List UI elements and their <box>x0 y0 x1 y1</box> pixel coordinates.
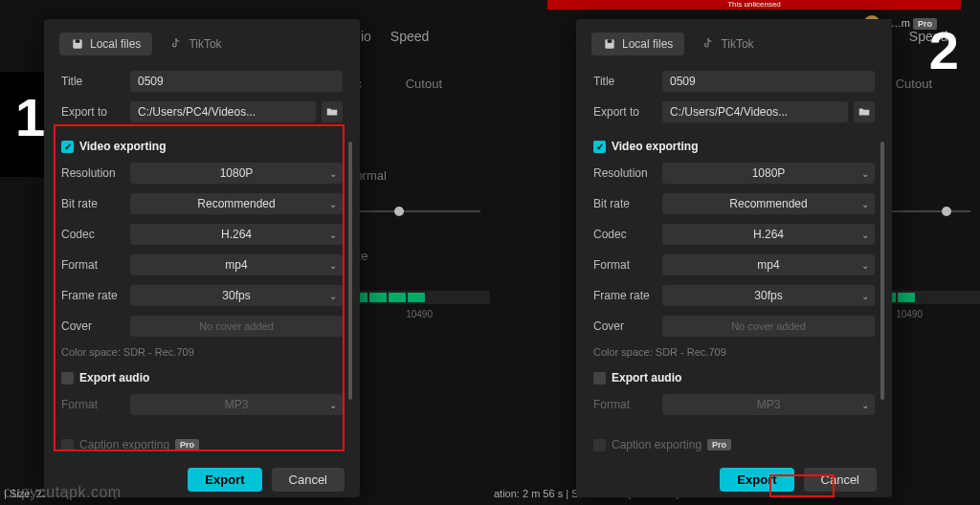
tiktok-icon <box>169 37 183 51</box>
cancel-button[interactable]: Cancel <box>272 468 345 492</box>
bg-row-sic: sicCutout <box>346 77 490 91</box>
resolution-select[interactable]: 1080P⌄ <box>130 163 343 184</box>
audio-format-select: MP3⌄ <box>662 394 875 415</box>
tiktok-icon <box>702 37 715 51</box>
timecode: 10490 <box>406 309 433 319</box>
pro-badge: Pro <box>175 439 199 450</box>
caption-exporting-checkbox <box>593 439 606 451</box>
export-to-label: Export to <box>61 105 130 119</box>
video-exporting-label: Video exporting <box>79 140 166 153</box>
cover-label: Cover <box>61 319 130 333</box>
caption-exporting-label: Caption exporting <box>612 438 702 451</box>
bitrate-label: Bit rate <box>61 197 130 210</box>
tab-tiktok[interactable]: TikTok <box>158 33 233 55</box>
watermark: cupycutapk.com <box>4 484 122 501</box>
format-label: Format <box>593 258 662 272</box>
bitrate-label: Bit rate <box>593 197 662 210</box>
codec-select[interactable]: H.264⌄ <box>662 224 875 245</box>
chevron-down-icon: ⌄ <box>329 168 337 179</box>
save-icon <box>71 37 84 51</box>
codec-label: Codec <box>61 228 130 241</box>
scrollbar[interactable] <box>348 142 352 400</box>
bitrate-select[interactable]: Recommended⌄ <box>662 193 875 214</box>
codec-select[interactable]: H.264⌄ <box>130 224 343 245</box>
cover-label: Cover <box>593 319 662 333</box>
step-number-2: 2 <box>929 19 959 81</box>
export-path-input[interactable]: C:/Users/PC4/Videos... <box>662 101 848 122</box>
chevron-down-icon: ⌄ <box>329 260 337 271</box>
export-dialog: Local files TikTok Title 0509 Export to … <box>44 19 360 497</box>
title-label: Title <box>61 75 130 88</box>
tab-local-files[interactable]: Local files <box>59 33 152 55</box>
tab-local-files[interactable]: Local files <box>591 33 684 55</box>
chevron-down-icon: ⌄ <box>329 230 337 240</box>
save-icon <box>603 37 616 51</box>
chevron-down-icon: ⌄ <box>329 400 337 410</box>
framerate-select[interactable]: 30fps⌄ <box>662 285 875 306</box>
svg-rect-3 <box>608 39 612 43</box>
export-audio-checkbox[interactable] <box>593 372 606 384</box>
chevron-down-icon: ⌄ <box>861 168 869 179</box>
pro-badge: Pro <box>707 439 731 450</box>
format-label: Format <box>61 258 130 272</box>
step-number-1: 1 <box>15 86 45 148</box>
timecode: 10490 <box>896 309 923 319</box>
framerate-label: Frame rate <box>593 289 662 302</box>
framerate-select[interactable]: 30fps⌄ <box>130 285 343 306</box>
export-button[interactable]: Export <box>720 468 793 492</box>
video-exporting-label: Video exporting <box>612 140 698 153</box>
bg-row-normal: Normal <box>346 168 490 183</box>
format-select[interactable]: mp4⌄ <box>130 254 343 275</box>
resolution-select[interactable]: 1080P⌄ <box>662 163 875 184</box>
chevron-down-icon: ⌄ <box>861 400 869 410</box>
caption-exporting-label: Caption exporting <box>79 438 169 451</box>
colorspace-text: Color space: SDR - Rec.709 <box>593 346 875 358</box>
tab-tiktok[interactable]: TikTok <box>690 33 765 55</box>
cover-button[interactable]: No cover added <box>662 316 875 337</box>
chevron-down-icon: ⌄ <box>861 260 869 271</box>
export-path-input[interactable]: C:/Users/PC4/Videos... <box>130 101 316 122</box>
title-label: Title <box>593 75 662 88</box>
video-exporting-checkbox[interactable]: ✓ <box>593 141 606 153</box>
folder-icon <box>858 105 871 119</box>
video-exporting-checkbox[interactable]: ✓ <box>61 141 74 153</box>
colorspace-text: Color space: SDR - Rec.709 <box>61 346 343 358</box>
browse-folder-button[interactable] <box>854 101 875 122</box>
chevron-down-icon: ⌄ <box>861 291 869 301</box>
resolution-label: Resolution <box>593 166 662 180</box>
resolution-label: Resolution <box>61 166 130 180</box>
browse-folder-button[interactable] <box>322 101 343 122</box>
codec-label: Codec <box>593 228 662 241</box>
title-input[interactable]: 0509 <box>130 71 343 92</box>
bg-row-ilize: ilize <box>346 249 490 263</box>
tab-local-label: Local files <box>622 37 673 51</box>
export-to-label: Export to <box>593 105 662 119</box>
bg-row-d: d <box>346 140 490 154</box>
format-select[interactable]: mp4⌄ <box>662 254 875 275</box>
tab-tiktok-label: TikTok <box>721 37 753 51</box>
bitrate-select[interactable]: Recommended⌄ <box>130 193 343 214</box>
chevron-down-icon: ⌄ <box>329 291 337 301</box>
folder-icon <box>325 105 339 119</box>
framerate-label: Frame rate <box>61 289 130 302</box>
export-audio-label: Export audio <box>79 371 149 384</box>
bg-tab-speed[interactable]: Speed <box>390 29 429 44</box>
chevron-down-icon: ⌄ <box>861 199 869 209</box>
cover-button[interactable]: No cover added <box>130 316 343 337</box>
title-input[interactable]: 0509 <box>662 71 875 92</box>
timeline[interactable] <box>346 291 490 304</box>
export-dialog: Local files TikTok Title 0509 Export to … <box>576 19 892 497</box>
svg-rect-1 <box>76 39 80 43</box>
cancel-button[interactable]: Cancel <box>804 468 877 492</box>
tab-local-label: Local files <box>90 37 141 51</box>
export-button[interactable]: Export <box>188 468 261 492</box>
audio-format-select: MP3⌄ <box>130 394 343 415</box>
chevron-down-icon: ⌄ <box>861 230 869 240</box>
tab-tiktok-label: TikTok <box>189 37 221 51</box>
audio-format-label: Format <box>61 398 130 411</box>
unlicensed-banner: This unlicensed <box>547 0 961 10</box>
export-audio-checkbox[interactable] <box>61 372 74 384</box>
audio-format-label: Format <box>593 398 662 411</box>
caption-exporting-checkbox <box>61 439 74 451</box>
scrollbar[interactable] <box>880 142 884 400</box>
